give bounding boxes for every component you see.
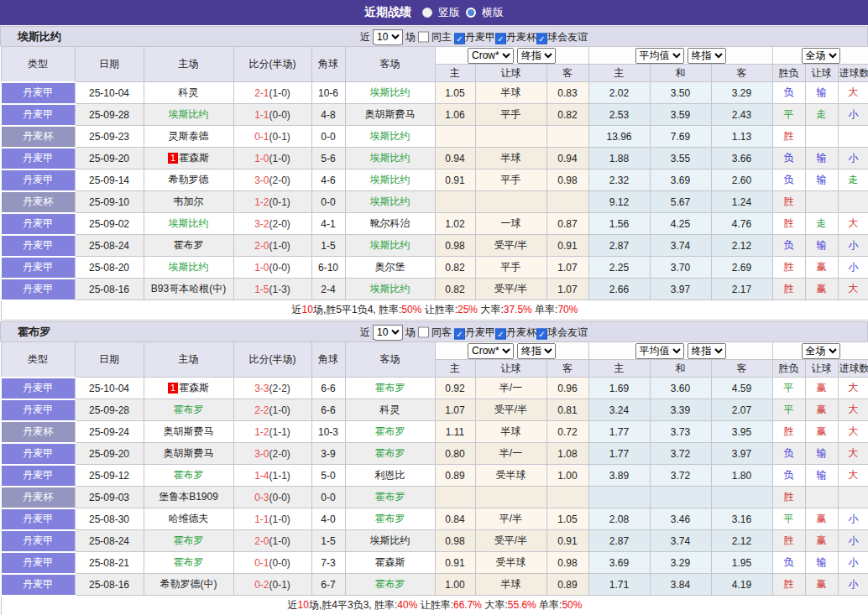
result-cell: 赢 xyxy=(805,257,838,279)
result-cell: 走 xyxy=(805,104,838,126)
result-cell: 走 xyxy=(838,169,868,191)
score-cell: 1-5(1-3) xyxy=(233,279,311,300)
match-count-select[interactable]: 10 xyxy=(373,324,403,340)
away-team-cell: 埃斯比约 xyxy=(345,191,435,213)
sub-column-header: 客 xyxy=(546,65,588,82)
league-filter-checkbox[interactable]: ✓ xyxy=(454,33,465,44)
score-cell: 0-3(0-0) xyxy=(233,487,311,508)
avg-odds-cell: 4.59 xyxy=(711,378,772,399)
avg-odds-cell: 3.72 xyxy=(650,443,711,465)
result-cell: 小 xyxy=(838,530,868,552)
handicap-odds-cell: 0.83 xyxy=(546,82,588,104)
league-cell: 丹麦甲 xyxy=(1,530,75,552)
away-team-name: 霍布罗 xyxy=(375,578,405,590)
column-header: 角球 xyxy=(311,47,345,82)
handicap-odds-cell: 0.94 xyxy=(546,148,588,169)
handicap-odds-cell: 0.94 xyxy=(435,148,475,169)
team-name: 霍布罗 xyxy=(18,325,50,340)
result-cell: 负 xyxy=(772,465,805,487)
away-team-cell: 霍布罗 xyxy=(345,443,435,465)
result-cell: 平 xyxy=(772,104,805,126)
same-venue-checkbox[interactable] xyxy=(418,326,429,337)
avg-odds-cell: 1.69 xyxy=(588,378,650,399)
handicap-odds-cell: 0.82 xyxy=(435,257,475,279)
match-count-select[interactable]: 10 xyxy=(373,29,403,44)
result-cell: 赢 xyxy=(805,530,838,552)
result-cell: 小 xyxy=(838,552,868,574)
avg-odds-cell: 2.66 xyxy=(588,279,650,300)
filter-controls: 近 10 场 同主 ✓丹麦甲✓丹麦杯✓球会友谊 xyxy=(360,29,588,44)
date-cell: 25-09-20 xyxy=(75,148,144,169)
radio-vertical[interactable] xyxy=(422,8,432,18)
away-team-cell: 霍布罗 xyxy=(345,421,435,443)
handicap-odds-cell: 0.92 xyxy=(435,378,475,399)
home-team-name: 霍布罗 xyxy=(174,534,204,546)
date-cell: 25-10-04 xyxy=(75,378,144,399)
home-team-name: 霍布罗 xyxy=(174,556,204,568)
avg-kind-select[interactable]: 终指 xyxy=(688,48,726,64)
corner-cell: 4-6 xyxy=(311,169,345,191)
avg-source-select[interactable]: 平均值 xyxy=(635,48,684,64)
avg-odds-cell: 3.60 xyxy=(650,378,711,399)
league-filter-checkbox[interactable]: ✓ xyxy=(495,33,506,44)
avg-source-select[interactable]: 平均值 xyxy=(635,343,684,359)
handicap-odds-cell: 0.98 xyxy=(435,235,475,257)
handicap-odds-cell: 0.98 xyxy=(435,530,475,552)
half-time-score: (1-0) xyxy=(269,87,290,99)
result-cell: 胜 xyxy=(772,126,805,148)
sub-column-header: 和 xyxy=(650,360,711,378)
half-time-score: (2-0) xyxy=(269,218,290,230)
date-cell: 25-09-20 xyxy=(75,443,144,465)
away-team-name: 埃斯比约 xyxy=(370,534,410,546)
home-team-name: 韦加尔 xyxy=(174,195,204,207)
league-filter-group: ✓丹麦甲✓丹麦杯✓球会友谊 xyxy=(454,29,588,44)
full-time-score: 1-0 xyxy=(254,153,269,164)
odds-company-select[interactable]: Crow* xyxy=(468,48,514,64)
score-cell: 1-1(0-0) xyxy=(233,104,311,126)
corner-cell: 4-1 xyxy=(311,213,345,235)
home-team-name: 奥胡斯费马 xyxy=(164,447,214,459)
away-team-name: 霍布罗 xyxy=(375,491,405,503)
corner-cell: 1-5 xyxy=(311,530,345,552)
avg-odds-cell: 3.97 xyxy=(711,443,772,465)
away-team-cell: 靴尔科治 xyxy=(345,213,435,235)
home-team-cell: 埃斯比约 xyxy=(144,213,233,235)
odds-kind-select[interactable]: 终指 xyxy=(517,48,556,64)
result-cell: 大 xyxy=(838,82,868,104)
score-cell: 0-1(0-0) xyxy=(233,552,311,574)
avg-kind-select[interactable]: 终指 xyxy=(688,343,726,359)
result-cell xyxy=(805,487,838,508)
odds-kind-select[interactable]: 终指 xyxy=(517,343,556,359)
scope-select[interactable]: 全场 xyxy=(802,48,840,64)
league-cell: 丹麦甲 xyxy=(1,574,75,596)
odds-company-select[interactable]: Crow* xyxy=(468,343,514,359)
radio-horizontal[interactable] xyxy=(466,8,476,18)
avg-odds-cell: 2.02 xyxy=(588,82,650,104)
column-header: 日期 xyxy=(75,342,144,378)
sub-column-header: 让球 xyxy=(805,65,838,82)
league-filter-checkbox[interactable]: ✓ xyxy=(536,33,547,44)
same-venue-checkbox[interactable] xyxy=(418,31,429,42)
half-time-score: (2-0) xyxy=(269,448,290,460)
handicap-odds-cell: 受半球 xyxy=(475,552,546,574)
radio-vertical-label: 竖版 xyxy=(438,5,460,20)
league-filter-checkbox[interactable]: ✓ xyxy=(536,328,547,339)
handicap-odds-cell: 0.98 xyxy=(546,552,588,574)
handicap-odds-cell: 受平/半 xyxy=(475,530,546,552)
half-time-score: (0-0) xyxy=(269,492,290,503)
handicap-odds-cell: 1.06 xyxy=(435,104,475,126)
league-filter-checkbox[interactable]: ✓ xyxy=(454,328,465,339)
column-header: 主场 xyxy=(144,342,233,378)
away-team-cell: 霍布罗 xyxy=(345,378,435,399)
away-team-cell: 埃斯比约 xyxy=(345,148,435,169)
home-team-cell: 埃斯比约 xyxy=(144,257,233,279)
score-cell: 1-1(1-0) xyxy=(233,508,311,530)
avg-odds-cell: 1.77 xyxy=(588,443,650,465)
avg-odds-cell: 7.69 xyxy=(650,126,711,148)
handicap-odds-cell: 半/一 xyxy=(475,443,546,465)
handicap-odds-cell: 1.00 xyxy=(546,465,588,487)
scope-select[interactable]: 全场 xyxy=(802,343,840,359)
avg-odds-cell: 2.60 xyxy=(711,169,772,191)
away-team-name: 埃斯比约 xyxy=(370,130,410,142)
league-filter-checkbox[interactable]: ✓ xyxy=(495,328,506,339)
